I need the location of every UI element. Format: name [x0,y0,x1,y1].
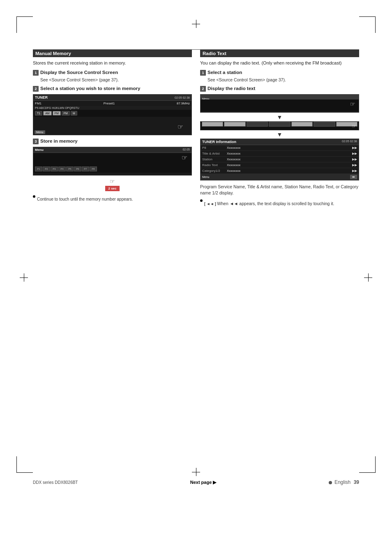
tuner-back-btn[interactable]: ⬅ [350,175,357,179]
tuner-btn-m[interactable]: M [71,111,77,116]
tuner-info-label-cat: Category1/2 [202,169,227,173]
tuner-btn-t1[interactable]: T1 [35,111,42,116]
store-menu-label: Menu [35,148,44,152]
store-btn-p2[interactable]: P2 [43,166,50,171]
columns-layout: Manual Memory Stores the current receivi… [33,50,359,206]
store-btn-p1[interactable]: P1 [35,166,42,171]
radio-text-intro: You can display the radio text. (Only wh… [200,60,359,67]
step3-left-label: 3 Store in memory [33,139,192,144]
bar-item-1 [202,122,223,127]
bar-item-3 [247,122,268,127]
tuner-text: P6 ABCDFG HIJKLMN OPQRSTU [33,106,191,110]
finger-below-store: ☞ [33,178,192,185]
next-page-text: Next page ▶ [190,480,217,485]
store-btn-p3[interactable]: P3 [51,166,58,171]
step3-left-num: 3 [33,139,39,144]
tuner-info-value-rt: Xxxxxxxx [227,163,351,167]
tuner-row1: FM1 Preset1 87.9MHz [33,101,191,106]
tuner-buttons: T1 AM FM FM M [33,110,191,117]
radio-text-section: Radio Text You can display the radio tex… [200,50,359,206]
step1-right-title: Select a station [208,70,242,75]
manual-memory-section: Manual Memory Stores the current receivi… [33,50,192,206]
left-bullet [33,195,35,198]
tuner-info-row-0: P8 Xxxxxxxx ▶▶ [201,145,359,151]
step2-right-label: 2 Display the radio text [200,86,359,92]
tuner-title: TUNER [35,95,48,99]
crosshair-right [364,273,372,282]
right-note-text: When ◄◄ appears, the text display is scr… [217,201,334,206]
tuner-time: 02:05 02:38 [175,96,190,99]
bracket-icon: [ ◄◄ ] [204,202,217,206]
tuner-info-value-st: Xxxxxxxx [227,157,351,161]
tuner-freq: 87.9MHz [177,102,190,105]
crosshair-left [20,273,28,282]
right-note-row: [ ◄◄ ] When ◄◄ appears, the text display… [200,199,359,207]
radio-top-dark: ☞ [201,99,359,111]
radio-text-title: Radio Text [200,50,359,57]
reg-mark-tr [359,16,376,33]
tuner-info-footer: Menu ⬅ [201,174,359,180]
store-btn-p8[interactable]: P8 [90,166,97,171]
tuner-info-label-ta: Title & Artist [202,152,227,155]
store-btn-p7[interactable]: P7 [82,166,89,171]
tuner-info-icon-4: ▶▶ [352,169,357,173]
footer-series: DDX series DDX8026BT [33,480,78,485]
crosshair-bottom [192,468,200,476]
step2-right-num: 2 [200,86,206,92]
left-note-row: Continue to touch until the memory numbe… [33,194,192,202]
timer-badge-wrapper: 2 sec [33,186,192,191]
radio-desc: Program Service Name, Title & Artist nam… [200,184,359,196]
tuner-info-icon-1: ▶▶ [352,152,357,155]
radio-top-screen: Menu ☞ [200,94,359,113]
tuner-info-icon-3: ▶▶ [352,163,357,167]
step1-left-title: Display the Source Control Screen [40,70,118,75]
tuner-info-value-p8: Xxxxxxxx [227,146,351,150]
step1-right-label: 1 Select a station [200,70,359,76]
step1-left: 1 Display the Source Control Screen See … [33,70,192,83]
store-btn-p6[interactable]: P6 [74,166,81,171]
tuner-info-title: TUNER Information [202,140,236,144]
step1-right: 1 Select a station See <Source Control S… [200,70,359,83]
tuner-info-icon-2: ▶▶ [352,157,357,161]
footer-language: English [334,479,350,485]
tuner-menu[interactable]: Menu [35,130,45,134]
bar-item-5 [291,122,313,127]
arrow-down-2: ▼ [200,132,359,137]
step1-right-sub: See <Source Control Screen> (page 37). [208,77,359,83]
store-header: Menu 02:05 [33,147,191,153]
tuner-btn-fm2[interactable]: FM [62,111,70,116]
store-dark-area: ☞ [33,153,191,165]
tuner-info-label-rt: Radio Text [202,163,227,167]
step3-left: 3 Store in memory Menu 02:05 ☞ P1 P2 [33,139,192,191]
tuner-info-label-p8: P8 [202,146,227,150]
tuner-info-time: 02:05 02:38 [342,140,357,144]
bar-item-6 [314,122,335,127]
tuner-info-label-st: Station [202,157,227,161]
radio-bar-finger: ☞ [352,123,356,129]
radio-bar-items [201,122,359,127]
store-btn-p5[interactable]: P5 [66,166,74,171]
bar-item-4 [269,122,290,127]
step1-left-label: 1 Display the Source Control Screen [33,70,192,76]
finger-icon-tuner: ☞ [178,123,183,131]
tuner-btn-fm1[interactable]: FM [53,111,61,116]
timer-badge: 2 sec [105,186,120,191]
lang-dot-icon [329,481,332,484]
reg-mark-tl [16,16,33,33]
step2-left: 2 Select a station you wish to store in … [33,86,192,135]
radio-top-finger: ☞ [350,101,355,107]
tuner-info-icon-0: ▶▶ [352,146,357,150]
main-content: Manual Memory Stores the current receivi… [33,49,359,465]
step2-left-num: 2 [33,86,39,92]
next-page-label: Next page ▶ [190,480,217,485]
step2-right-title: Display the radio text [208,86,255,91]
store-time: 02:05 [182,148,190,152]
tuner-info-value-cat: Xxxxxxxx [227,169,351,173]
crosshair-top [192,20,200,28]
right-note: [ ◄◄ ] When ◄◄ appears, the text display… [204,201,334,207]
footer-page: English 39 [329,479,359,485]
store-btn-p4[interactable]: P4 [58,166,66,171]
tuner-info-row-3: Radio Text Xxxxxxxx ▶▶ [201,162,359,168]
tuner-preset: Preset1 [104,102,115,105]
tuner-btn-am[interactable]: AM [43,111,52,116]
